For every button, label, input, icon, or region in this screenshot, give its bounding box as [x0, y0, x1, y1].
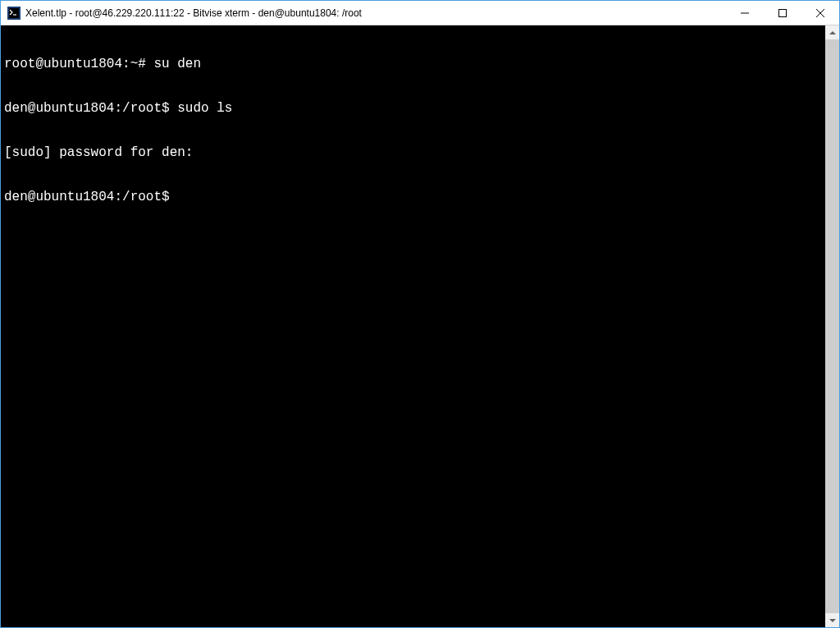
window-title: Xelent.tlp - root@46.229.220.111:22 - Bi…	[25, 7, 726, 19]
maximize-icon	[778, 9, 787, 17]
maximize-button[interactable]	[764, 1, 801, 25]
terminal-output[interactable]: root@ubuntu1804:~# su den den@ubuntu1804…	[1, 25, 825, 627]
terminal-line: den@ubuntu1804:/root$ sudo ls	[4, 101, 822, 116]
terminal-line: [sudo] password for den:	[4, 145, 822, 160]
scroll-track[interactable]	[825, 39, 839, 613]
terminal-line: den@ubuntu1804:/root$	[4, 190, 822, 204]
minimize-button[interactable]	[726, 1, 764, 25]
close-icon	[816, 9, 824, 17]
svg-rect-1	[9, 8, 19, 18]
terminal-line: root@ubuntu1804:~# su den	[4, 57, 822, 71]
scroll-thumb[interactable]	[825, 39, 839, 613]
chevron-up-icon	[829, 31, 836, 34]
scroll-up-button[interactable]	[825, 25, 839, 39]
chevron-down-icon	[829, 619, 836, 622]
terminal-window: Xelent.tlp - root@46.229.220.111:22 - Bi…	[0, 0, 840, 628]
svg-rect-4	[779, 9, 787, 16]
minimize-icon	[741, 9, 749, 17]
terminal-container: root@ubuntu1804:~# su den den@ubuntu1804…	[1, 25, 839, 627]
app-icon	[7, 7, 21, 20]
window-controls	[726, 1, 839, 25]
vertical-scrollbar[interactable]	[825, 25, 839, 627]
scroll-down-button[interactable]	[825, 613, 839, 627]
titlebar[interactable]: Xelent.tlp - root@46.229.220.111:22 - Bi…	[1, 1, 839, 25]
close-button[interactable]	[801, 1, 839, 25]
